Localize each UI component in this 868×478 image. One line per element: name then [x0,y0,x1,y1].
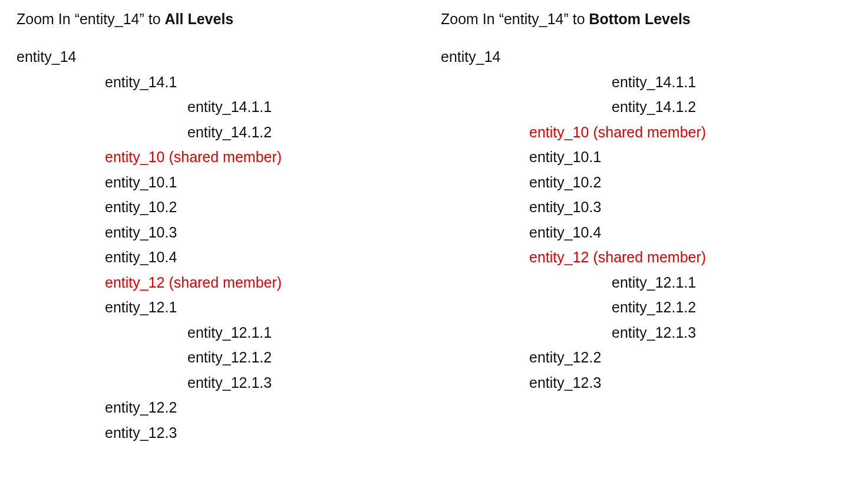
tree-item: entity_12.3 [16,420,417,446]
left-heading: Zoom In “entity_14” to All Levels [16,11,417,28]
tree-item-label: entity_12.2 [105,399,177,416]
tree-item-label: entity_10.1 [105,174,177,190]
tree-item-label: entity_14.1.1 [612,74,696,90]
right-heading-bold: Bottom Levels [589,11,691,27]
left-column: Zoom In “entity_14” to All Levels entity… [16,11,417,445]
tree-item: entity_10.3 [16,220,417,245]
tree-item: entity_14.1.2 [441,94,841,120]
tree-item: entity_12.1.1 [16,320,417,345]
tree-item-label: entity_14 [16,48,76,65]
tree-item: entity_12.1.2 [441,295,841,320]
tree-item: entity_10.4 [16,245,417,270]
tree-item: entity_14.1.1 [441,70,841,95]
tree-item: entity_14.1 [16,70,417,95]
tree-item-shared: entity_12 (shared member) [441,245,841,270]
tree-item: entity_10.2 [16,195,417,220]
tree-item: entity_12.3 [441,370,841,395]
tree-item-label: entity_12.3 [529,374,601,391]
tree-item-label: entity_10.3 [529,199,601,215]
tree-item-label: entity_10 (shared member) [105,149,282,165]
right-column: Zoom In “entity_14” to Bottom Levels ent… [441,11,841,445]
tree-item-label: entity_14.1 [105,74,177,90]
tree-item: entity_14.1.1 [16,94,417,120]
tree-item-label: entity_14.1.2 [612,98,696,115]
tree-item-label: entity_10.2 [529,174,601,190]
tree-item: entity_10.1 [16,170,417,195]
right-heading-pre: Zoom In “entity_14” to [441,11,589,27]
tree-item-label: entity_10.4 [529,224,601,240]
left-tree: entity_14 entity_14.1 entity_14.1.1 enti… [16,44,417,445]
tree-item-label: entity_10 (shared member) [529,124,706,140]
tree-item-label: entity_14.1.1 [187,98,272,115]
tree-item-label: entity_12 (shared member) [529,249,706,265]
left-heading-bold: All Levels [165,11,234,27]
tree-item: entity_10.1 [441,144,841,170]
tree-item: entity_14 [441,44,841,70]
tree-item-shared: entity_10 (shared member) [441,120,841,145]
page: Zoom In “entity_14” to All Levels entity… [0,0,868,456]
left-heading-pre: Zoom In “entity_14” to [16,11,165,27]
tree-item: entity_10.2 [441,170,841,195]
tree-item-label: entity_12 (shared member) [105,274,282,291]
tree-item-label: entity_12.1 [105,299,177,315]
tree-item: entity_12.2 [16,395,417,420]
tree-item-label: entity_12.1.1 [612,274,696,291]
tree-item-label: entity_14 [441,48,500,65]
tree-item: entity_10.3 [441,195,841,220]
tree-item: entity_14.1.2 [16,120,417,145]
right-tree: entity_14 entity_14.1.1 entity_14.1.2 en… [441,44,841,395]
tree-item-label: entity_12.1.1 [187,324,272,341]
tree-item: entity_12.1.2 [16,345,417,370]
tree-item-label: entity_12.1.2 [612,299,696,315]
tree-item-label: entity_12.1.2 [187,349,272,365]
tree-item-shared: entity_12 (shared member) [16,270,417,295]
tree-item: entity_12.1.3 [16,370,417,395]
tree-item-label: entity_14.1.2 [187,124,272,140]
tree-item: entity_12.1.3 [441,320,841,345]
tree-item: entity_12.1.1 [441,270,841,295]
tree-item-label: entity_12.1.3 [187,374,272,391]
tree-item-label: entity_10.3 [105,224,177,240]
tree-item-label: entity_10.4 [105,249,177,265]
tree-item: entity_10.4 [441,220,841,245]
tree-item-label: entity_12.3 [105,424,177,441]
tree-item-shared: entity_10 (shared member) [16,144,417,170]
tree-item: entity_12.1 [16,295,417,320]
tree-item-label: entity_12.2 [529,349,601,365]
tree-item-label: entity_10.2 [105,199,177,215]
tree-item-label: entity_12.1.3 [612,324,696,341]
tree-item-label: entity_10.1 [529,149,601,165]
right-heading: Zoom In “entity_14” to Bottom Levels [441,11,841,28]
tree-item: entity_12.2 [441,345,841,370]
tree-item: entity_14 [16,44,417,70]
